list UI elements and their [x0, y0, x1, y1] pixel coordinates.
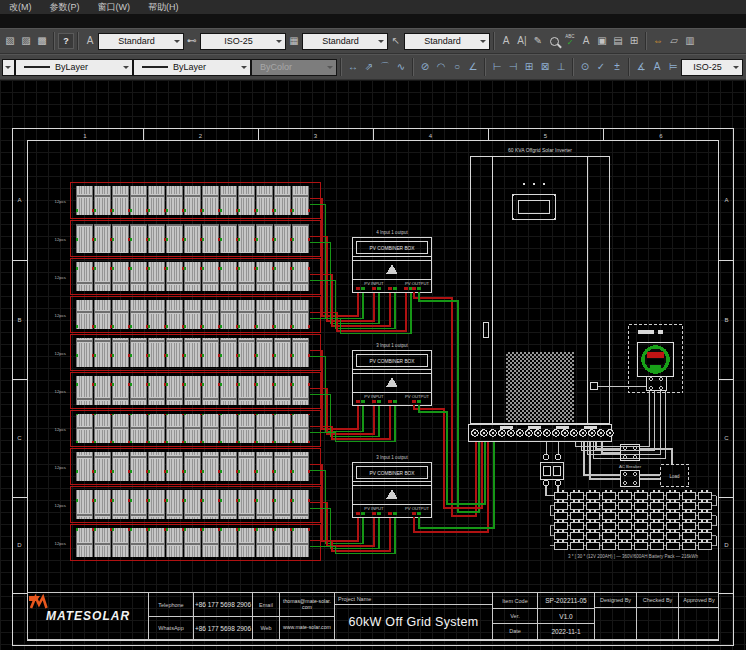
dim-text-angle-icon[interactable]: A — [649, 57, 665, 77]
svg-text:12pcs: 12pcs — [55, 313, 66, 318]
dim-angular-icon[interactable]: ∠ — [465, 57, 481, 77]
svg-text:12pcs: 12pcs — [55, 503, 66, 508]
dim-oblique-icon[interactable]: ∡ — [633, 57, 649, 77]
dim-update-icon[interactable]: ✓ — [593, 57, 609, 77]
single-text-icon[interactable]: ✎ — [530, 31, 546, 51]
pv-combiner-box: 3 Input 1 outputPV COMBINER BOXPV INPUTP… — [353, 455, 432, 518]
dim-baseline-icon[interactable]: ⊢ — [489, 57, 505, 77]
match-properties-icon[interactable]: ▱ — [666, 31, 682, 51]
spell-check-icon[interactable]: ABC✓ — [562, 31, 578, 51]
render-icon[interactable]: ▩ — [34, 31, 50, 51]
toolbar-separator — [484, 58, 486, 76]
pv-combiner-box: 3 Input 1 outputPV COMBINER BOXPV INPUTP… — [353, 343, 432, 406]
overflow-select[interactable] — [2, 59, 15, 76]
menu-window[interactable]: 窗口(W) — [89, 1, 140, 14]
dim-center-mark-icon[interactable]: ⊙ — [577, 57, 593, 77]
date-label: Date — [493, 623, 537, 638]
dim-style-select[interactable]: ISO-25 — [200, 33, 286, 50]
dim-linear-icon[interactable]: ↔ — [345, 57, 361, 77]
svg-text:PV INPUT: PV INPUT — [364, 394, 384, 399]
svg-text:4 Input 1 output: 4 Input 1 output — [376, 230, 408, 235]
battery-pack: 3 * [ 30 * (12V 200AH) ] — 360V/600AH Ba… — [550, 490, 716, 559]
dim-quick-icon[interactable]: ⊞ — [521, 57, 537, 77]
pv-string-row: 12pcs — [55, 405, 395, 447]
publish-icon[interactable]: ▨ — [18, 31, 34, 51]
menu-parametric[interactable]: 参数(P) — [41, 1, 89, 14]
svg-text:3 * [ 30 * (12V 200AH) ] — 360: 3 * [ 30 * (12V 200AH) ] — 360V/600AH Ba… — [568, 554, 698, 559]
svg-text:3: 3 — [314, 133, 318, 139]
dim-aligned-icon[interactable]: ⇗ — [361, 57, 377, 77]
schematic: 123456AABBCCDD12pcs12pcs12pcs12pcs12pcs1… — [0, 80, 746, 650]
toolbar-separator — [493, 32, 495, 50]
svg-text:C: C — [17, 435, 22, 441]
svg-text:60 KVA Offgrid Solar Inverter: 60 KVA Offgrid Solar Inverter — [508, 147, 572, 153]
svg-text:2: 2 — [199, 133, 203, 139]
linetype-swatch — [24, 66, 50, 68]
plot-icon[interactable]: ▧ — [2, 31, 18, 51]
help-icon[interactable]: ? — [58, 31, 74, 51]
dim-diameter-icon[interactable]: ⊘ — [417, 57, 433, 77]
dim-radius-icon[interactable]: ◠ — [433, 57, 449, 77]
meta-labels-col: Item Code Ver. Date — [492, 593, 537, 639]
svg-text:PV INPUT: PV INPUT — [364, 281, 384, 286]
linetype-select[interactable]: ByLayer — [133, 59, 251, 76]
matesolar-logo-icon — [28, 593, 54, 611]
ver-value: V1.0 — [538, 608, 594, 623]
field-icon[interactable]: ⊞ — [626, 31, 642, 51]
mleader-style-select[interactable]: Standard — [404, 33, 490, 50]
svg-text:PV OUTPUT: PV OUTPUT — [405, 394, 429, 399]
toolbar-separator — [628, 58, 630, 76]
svg-text:PV COMBINER BOX: PV COMBINER BOX — [369, 471, 415, 476]
contact-labels-col: Telephone WhatsApp — [148, 593, 193, 639]
edit-text-icon[interactable]: A| — [514, 31, 530, 51]
area-icon[interactable]: ▥ — [682, 31, 698, 51]
svg-text:4: 4 — [429, 133, 433, 139]
mtext-icon[interactable]: A — [498, 31, 514, 51]
mleader-style-icon[interactable]: ↖ — [388, 31, 404, 51]
dim-tolerance-icon[interactable]: ± — [609, 57, 625, 77]
svg-text:6: 6 — [659, 133, 663, 139]
text-style-manager-icon[interactable]: A — [578, 31, 594, 51]
email-labels-col: Email Web — [252, 593, 279, 639]
web-value: www.mate-solar.com — [280, 616, 334, 639]
menu-modify[interactable]: 改(M) — [0, 1, 41, 14]
table-icon[interactable]: ▣ — [594, 31, 610, 51]
dim-style-icon[interactable]: ⊷ — [184, 31, 200, 51]
menu-help[interactable]: 帮助(H) — [139, 1, 188, 14]
table-cell-icon[interactable]: ▤ — [610, 31, 626, 51]
checked-by-label: Checked By — [637, 593, 678, 608]
drawing-canvas[interactable]: 123456AABBCCDD12pcs12pcs12pcs12pcs12pcs1… — [0, 80, 746, 650]
text-style-select[interactable]: Standard — [98, 33, 184, 50]
whatsapp-value: +86 177 5698 2906 — [194, 616, 252, 639]
dim-jogged-icon[interactable]: ∿ — [393, 57, 409, 77]
dim-circle-icon[interactable]: ○ — [449, 57, 465, 77]
lineweight-select[interactable]: ByLayer — [15, 59, 133, 76]
find-text-icon[interactable] — [546, 31, 562, 51]
text-style-icon[interactable]: A — [82, 31, 98, 51]
dim-continue-icon[interactable]: ⊣ — [505, 57, 521, 77]
table-style-icon[interactable]: ▦ — [286, 31, 302, 51]
brand-name: MATESOLAR — [46, 609, 130, 623]
project-title: 60kW Off Grid System — [335, 605, 492, 639]
item-code-label: Item Code — [493, 593, 537, 608]
styles-toolbar: ▧▨▩?AStandard⊷ISO-25▦Standard↖StandardAA… — [0, 28, 746, 54]
dim-style-apply-icon[interactable]: ⊨ — [665, 57, 681, 77]
svg-text:12pcs: 12pcs — [55, 351, 66, 356]
properties-dimension-toolbar: ByLayerByLayerByColor↔⇗⌒∿⊘◠○∠⊢⊣⊞⊠⊥⊙✓±∡A⊨… — [0, 54, 746, 80]
checked-by-col: Checked By — [636, 593, 678, 639]
table-style-select[interactable]: Standard — [302, 33, 388, 50]
title-block: MATESOLAR Telephone WhatsApp +86 177 569… — [27, 592, 719, 640]
svg-text:B: B — [17, 317, 21, 323]
measure-icon[interactable]: ⇔ — [650, 31, 666, 51]
dim-break-icon[interactable]: ⊠ — [537, 57, 553, 77]
plotstyle-select[interactable]: ByColor — [251, 59, 337, 76]
svg-text:A: A — [17, 197, 21, 203]
item-code-value: SP-202211-05 — [538, 593, 594, 608]
dim-style-current-select[interactable]: ISO-25 — [681, 59, 743, 76]
dim-arclength-icon[interactable]: ⌒ — [377, 57, 393, 77]
svg-text:D: D — [724, 542, 729, 548]
svg-text:PV INPUT: PV INPUT — [364, 506, 384, 511]
pv-string-row: 12pcs — [55, 517, 395, 561]
dim-space-icon[interactable]: ⊥ — [553, 57, 569, 77]
pv-output-wires — [414, 292, 494, 532]
